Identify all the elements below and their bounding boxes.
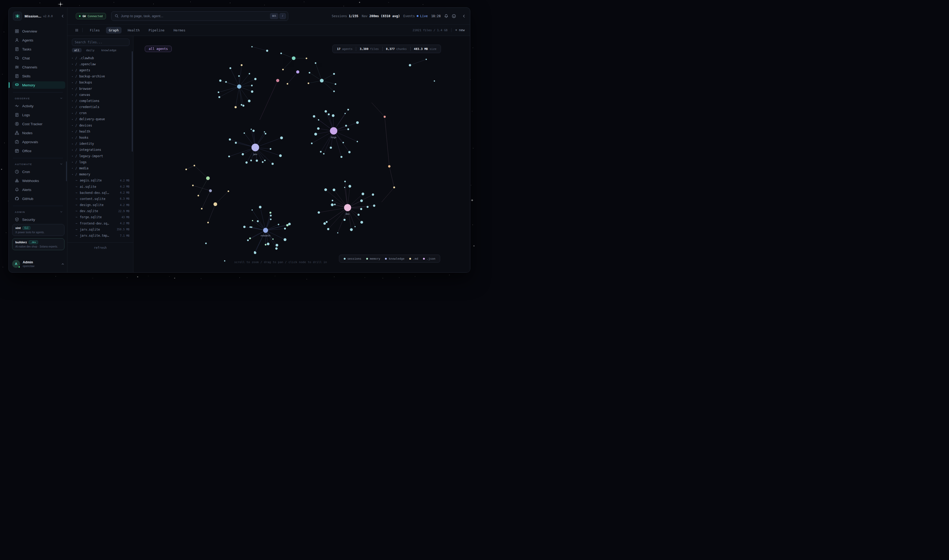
graph-satellite[interactable] <box>284 228 286 229</box>
file-search[interactable] <box>72 38 129 46</box>
graph-satellite[interactable] <box>270 218 272 220</box>
graph-satellite[interactable] <box>348 128 349 130</box>
graph-satellite[interactable] <box>367 206 369 208</box>
graph-node-p1[interactable] <box>287 83 288 85</box>
feedback-smiley-icon[interactable] <box>452 14 456 18</box>
graph-node-salmon1[interactable] <box>384 116 386 118</box>
graph-hub-research[interactable] <box>263 228 268 233</box>
graph-satellite[interactable] <box>265 133 266 134</box>
graph-satellite[interactable] <box>326 221 328 223</box>
graph-satellite[interactable] <box>248 100 251 102</box>
graph-satellite[interactable] <box>252 220 253 222</box>
tab-files[interactable]: Files <box>87 27 103 34</box>
graph-satellite[interactable] <box>288 223 291 225</box>
tree-file-backend-dev-sql-[interactable]: ~backend-dev.sql…4.2 MB <box>68 190 133 196</box>
sidebar-item-memory[interactable]: Memory <box>9 81 67 89</box>
graph-node-t3[interactable] <box>282 69 284 70</box>
live-label[interactable]: Live <box>420 14 428 18</box>
global-search-input[interactable] <box>121 14 270 18</box>
sidebar-item-approvals[interactable]: Approvals <box>9 137 67 146</box>
sidebar-item-overview[interactable]: Overview <box>9 27 67 35</box>
global-search[interactable]: ⌘K / <box>111 11 288 21</box>
graph-hub-sessions-cluster[interactable] <box>237 85 241 89</box>
graph-node-yF[interactable] <box>228 191 229 192</box>
tree-folder-completions[interactable]: ▸/completions <box>68 98 133 104</box>
graph-node-yG[interactable] <box>208 222 209 223</box>
graph-satellite[interactable] <box>323 222 326 225</box>
tree-file-ai-sqlite[interactable]: ~ai.sqlite4.2 MB <box>68 183 133 190</box>
sidebar-item-agents[interactable]: Agents <box>9 35 67 45</box>
graph-node-purple1[interactable] <box>296 70 299 74</box>
graph-satellite[interactable] <box>311 143 312 144</box>
tree-folder-logs[interactable]: ▸/logs <box>68 159 133 165</box>
graph-satellite[interactable] <box>244 132 245 134</box>
graph-satellite[interactable] <box>254 251 255 253</box>
tree-file-jarv-sqlite[interactable]: ~jarv.sqlite350.5 MB <box>68 226 133 232</box>
graph-node-farA[interactable] <box>409 64 411 66</box>
graph-satellite[interactable] <box>241 64 243 66</box>
graph-node-teal1[interactable] <box>292 56 295 60</box>
tree-folder-identity[interactable]: ▸/identity <box>68 141 133 147</box>
graph-node-ne4[interactable] <box>333 73 335 75</box>
graph-satellite[interactable] <box>332 200 333 201</box>
graph-satellite[interactable] <box>218 96 220 98</box>
tree-folder-memory[interactable]: ▾/memory <box>68 171 133 177</box>
tree-folder--openclaw[interactable]: ▸/.openclaw <box>68 61 133 67</box>
sidebar-item-chat[interactable]: Chat <box>9 54 67 63</box>
graph-hub-dev[interactable] <box>344 204 351 211</box>
tree-folder-cron[interactable]: ▸/cron <box>68 110 133 116</box>
graph-satellite[interactable] <box>235 142 237 144</box>
panel-collapse-icon[interactable] <box>462 14 466 18</box>
graph-satellite[interactable] <box>355 226 355 227</box>
tree-file-design-sqlite[interactable]: ~design.sqlite4.2 MB <box>68 202 133 208</box>
graph-satellite[interactable] <box>333 189 335 191</box>
graph-satellite[interactable] <box>247 239 249 241</box>
graph-node-green1[interactable] <box>206 177 210 180</box>
graph-satellite[interactable] <box>344 181 346 182</box>
graph-satellite[interactable] <box>344 187 345 188</box>
graph-node-yB[interactable] <box>186 169 187 170</box>
graph-node-ne-hub[interactable] <box>320 79 324 82</box>
tree-folder-legacy-import[interactable]: ▸/legacy-import <box>68 153 133 159</box>
sidebar-collapse-icon[interactable] <box>61 14 65 18</box>
graph-node-t1[interactable] <box>280 52 282 54</box>
graph-node-ne6[interactable] <box>333 91 335 92</box>
graph-satellite[interactable] <box>265 244 266 245</box>
graph-satellite[interactable] <box>243 226 246 228</box>
graph-node-ne3[interactable] <box>308 82 309 84</box>
graph-satellite[interactable] <box>270 215 272 217</box>
graph-satellite[interactable] <box>225 81 227 83</box>
graph-satellite[interactable] <box>342 142 344 143</box>
tree-folder-browser[interactable]: ▸/browser <box>68 86 133 92</box>
graph-satellite[interactable] <box>362 192 365 195</box>
graph-node-topA[interactable] <box>251 46 252 47</box>
graph-hub-forge[interactable] <box>330 127 337 134</box>
tree-folder-devices[interactable]: ▸/devices <box>68 122 133 128</box>
tree-folder-credentials[interactable]: ▸/credentials <box>68 104 133 110</box>
graph-satellite[interactable] <box>250 160 252 161</box>
graph-satellite[interactable] <box>257 220 258 222</box>
graph-satellite[interactable] <box>235 106 237 108</box>
tree-file-aegis-sqlite[interactable]: ~aegis.sqlite4.2 MB <box>68 177 133 183</box>
sidebar-item-alerts[interactable]: Alerts <box>9 185 67 194</box>
knowledge-graph[interactable]: jarvforgedevresearch <box>134 36 470 272</box>
tree-scrollbar[interactable] <box>132 51 132 152</box>
tree-folder--clawhub[interactable]: ▸/.clawhub <box>68 55 133 61</box>
graph-node-yA[interactable] <box>194 165 195 166</box>
tab-graph[interactable]: Graph <box>106 27 122 34</box>
graph-satellite[interactable] <box>317 127 320 130</box>
graph-satellite[interactable] <box>283 238 286 241</box>
tree-folder-integrations[interactable]: ▸/integrations <box>68 147 133 153</box>
graph-satellite[interactable] <box>259 206 261 208</box>
graph-satellite[interactable] <box>350 228 353 231</box>
graph-satellite[interactable] <box>325 110 327 112</box>
tree-folder-backups[interactable]: ▸/backups <box>68 80 133 86</box>
graph-node-blA[interactable] <box>205 243 207 244</box>
graph-satellite[interactable] <box>330 146 332 149</box>
tree-folder-agents[interactable]: ▸/agents <box>68 67 133 73</box>
graph-node-yE[interactable] <box>201 208 203 209</box>
tree-folder-hooks[interactable]: ▸/hooks <box>68 134 133 140</box>
graph-satellite[interactable] <box>372 193 374 196</box>
tab-pipeline[interactable]: Pipeline <box>146 27 167 34</box>
sidebar-item-channels[interactable]: Channels <box>9 63 67 72</box>
